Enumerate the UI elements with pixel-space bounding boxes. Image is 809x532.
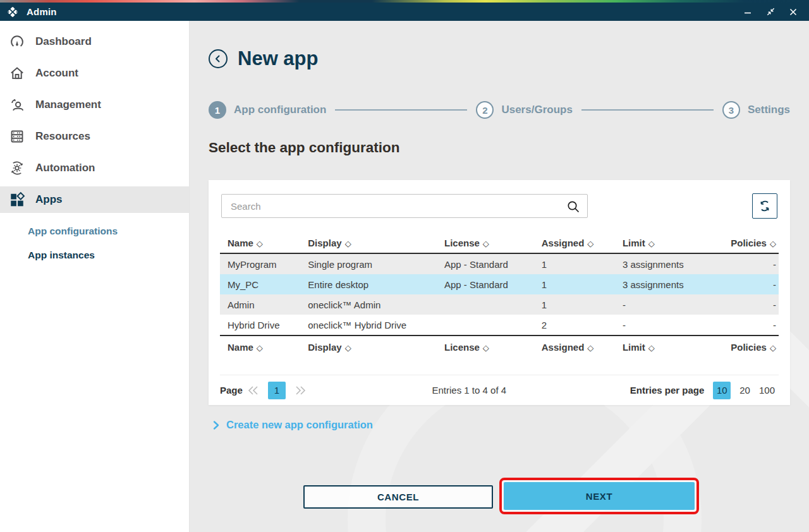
- table-header-row: Name◇ Display◇ License◇ Assigned◇ Limit◇…: [220, 233, 779, 254]
- sort-icon: ◇: [648, 239, 655, 248]
- refresh-icon: [758, 199, 772, 213]
- sidebar-item-automation[interactable]: Automation: [0, 152, 189, 184]
- sidebar: Dashboard Account Management Resources: [0, 21, 190, 532]
- apps-subnav: App configurations App instances: [0, 215, 189, 270]
- column-header-license[interactable]: License◇: [437, 238, 534, 248]
- sort-icon: ◇: [257, 239, 263, 248]
- gear-sync-icon: [9, 160, 25, 176]
- column-header-license[interactable]: License◇: [437, 342, 534, 353]
- table-row[interactable]: Hybrid Driveoneclick™ Hybrid Drive2--: [220, 315, 779, 335]
- step-2-label: Users/Groups: [501, 104, 572, 116]
- app-configurations-table: Name◇ Display◇ License◇ Assigned◇ Limit◇…: [220, 233, 779, 358]
- create-new-app-configuration-link[interactable]: Create new app configuration: [212, 419, 373, 431]
- next-button-highlight: NEXT: [499, 478, 699, 514]
- window-title: Admin: [27, 6, 57, 17]
- oneclick-logo-icon: [6, 6, 19, 18]
- sort-icon: ◇: [587, 343, 593, 353]
- next-button[interactable]: NEXT: [504, 482, 695, 510]
- sidebar-item-label: Management: [35, 99, 101, 111]
- column-header-limit[interactable]: Limit◇: [615, 342, 719, 353]
- column-header-policies[interactable]: Policies◇: [719, 342, 779, 353]
- app-configuration-card: Name◇ Display◇ License◇ Assigned◇ Limit◇…: [209, 180, 790, 405]
- apps-icon: [9, 191, 25, 208]
- sidebar-item-label: Apps: [35, 193, 63, 206]
- entries-range-text: Entries 1 to 4 of 4: [308, 385, 630, 396]
- sidebar-item-resources[interactable]: Resources: [0, 121, 189, 152]
- column-header-policies[interactable]: Policies◇: [719, 238, 779, 248]
- current-page-button[interactable]: 1: [268, 382, 286, 399]
- search-box: [221, 194, 588, 218]
- stepper-connector: [335, 109, 467, 111]
- minimize-button[interactable]: [742, 6, 753, 18]
- back-button[interactable]: [209, 49, 228, 68]
- table-row[interactable]: MyProgramSingle programApp - Standard13 …: [220, 254, 779, 274]
- search-input[interactable]: [222, 195, 587, 217]
- sidebar-subitem-app-instances[interactable]: App instances: [28, 246, 189, 270]
- sort-icon: ◇: [648, 343, 655, 353]
- sidebar-item-label: Account: [35, 67, 78, 80]
- table-row-selected[interactable]: My_PCEntire desktopApp - Standard13 assi…: [220, 274, 779, 294]
- sidebar-subitem-app-configurations[interactable]: App configurations: [28, 222, 189, 246]
- sidebar-item-label: Automation: [35, 162, 95, 174]
- step-1-circle: 1: [209, 101, 226, 119]
- sort-icon: ◇: [770, 343, 776, 353]
- column-header-limit[interactable]: Limit◇: [615, 238, 719, 248]
- sidebar-item-account[interactable]: Account: [0, 57, 189, 89]
- main-content: New app 1 App configuration 2 Users/Grou…: [190, 21, 809, 532]
- column-header-name[interactable]: Name◇: [220, 342, 300, 353]
- restore-button[interactable]: [765, 6, 776, 18]
- titlebar: Admin: [0, 0, 809, 21]
- close-button[interactable]: [788, 6, 799, 18]
- column-header-assigned[interactable]: Assigned◇: [534, 342, 615, 353]
- sort-icon: ◇: [483, 239, 489, 248]
- search-icon[interactable]: [566, 199, 581, 214]
- last-page-button[interactable]: [292, 382, 308, 399]
- sort-icon: ◇: [770, 239, 776, 248]
- pagination-bar: Page 1 Entries 1 to 4 of 4 Entries per p…: [220, 375, 779, 405]
- column-header-name[interactable]: Name◇: [220, 238, 300, 248]
- sort-icon: ◇: [587, 239, 593, 248]
- column-header-display[interactable]: Display◇: [300, 342, 437, 353]
- step-1-label: App configuration: [234, 104, 326, 116]
- wizard-stepper: 1 App configuration 2 Users/Groups 3 Set…: [209, 100, 790, 119]
- column-header-assigned[interactable]: Assigned◇: [534, 238, 615, 248]
- sidebar-item-label: Dashboard: [35, 35, 92, 48]
- section-title: Select the app configuration: [209, 140, 400, 156]
- sort-icon: ◇: [345, 343, 351, 353]
- column-header-display[interactable]: Display◇: [300, 238, 437, 248]
- sort-icon: ◇: [257, 343, 263, 353]
- table-footer-header-row: Name◇ Display◇ License◇ Assigned◇ Limit◇…: [220, 336, 779, 358]
- sort-icon: ◇: [483, 343, 489, 353]
- stepper-connector: [581, 109, 714, 111]
- sidebar-item-apps[interactable]: Apps: [0, 186, 189, 213]
- server-icon: [9, 128, 25, 145]
- sort-icon: ◇: [345, 239, 351, 248]
- user-sync-icon: [9, 97, 25, 113]
- entries-per-page-label: Entries per page: [630, 385, 705, 396]
- page-size-100[interactable]: 100: [759, 385, 775, 396]
- refresh-button[interactable]: [752, 193, 777, 219]
- page-size-10[interactable]: 10: [713, 382, 731, 399]
- sidebar-item-dashboard[interactable]: Dashboard: [0, 26, 189, 57]
- step-3-label: Settings: [748, 104, 790, 116]
- table-row[interactable]: Adminoneclick™ Admin1--: [220, 294, 779, 315]
- cancel-button[interactable]: CANCEL: [303, 485, 493, 509]
- gauge-icon: [9, 33, 25, 50]
- first-page-button[interactable]: [245, 382, 262, 399]
- sidebar-item-management[interactable]: Management: [0, 89, 189, 121]
- page-label: Page: [220, 385, 243, 396]
- page-size-20[interactable]: 20: [739, 385, 750, 396]
- chevron-right-icon: [212, 420, 220, 430]
- home-icon: [9, 65, 25, 82]
- sidebar-item-label: Resources: [35, 130, 90, 143]
- step-3-circle: 3: [722, 101, 740, 119]
- step-2-circle: 2: [476, 101, 494, 119]
- page-title: New app: [238, 47, 318, 70]
